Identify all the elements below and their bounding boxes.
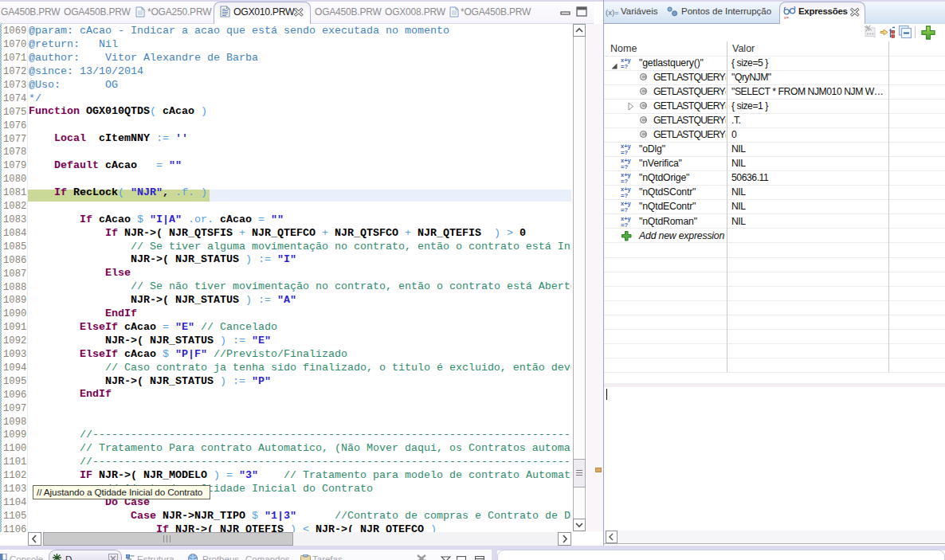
svg-text:=?: =? bbox=[621, 63, 628, 69]
svg-text:=?: =? bbox=[621, 163, 628, 170]
svg-text:=?: =? bbox=[621, 221, 628, 228]
svg-text:=?: =? bbox=[621, 192, 628, 198]
svg-text:x=: x= bbox=[784, 15, 789, 20]
svg-text:=?: =? bbox=[621, 206, 628, 213]
svg-text:=?: =? bbox=[621, 149, 628, 155]
svg-text:=?: =? bbox=[621, 178, 628, 184]
